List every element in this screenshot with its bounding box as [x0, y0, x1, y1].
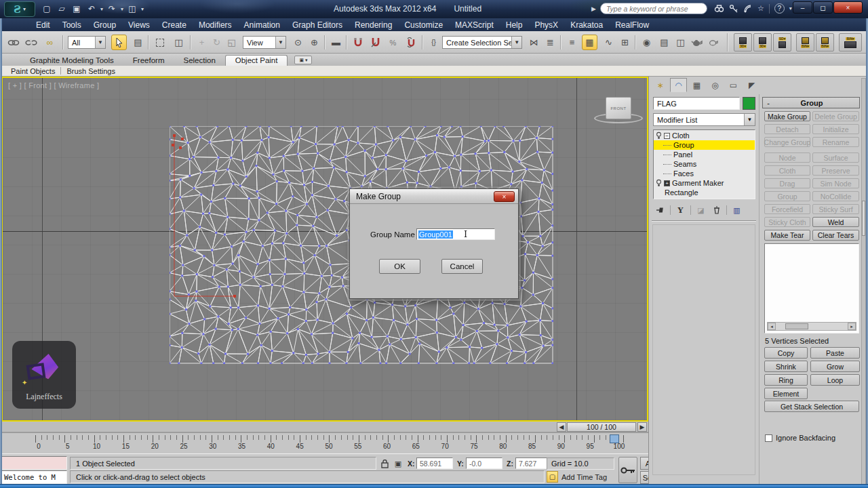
stack-item-group[interactable]: Group [654, 140, 755, 150]
motion-tab-icon[interactable]: ◎ [707, 78, 724, 92]
tab-freeform[interactable]: Freeform [123, 56, 174, 66]
shrink-button[interactable]: Shrink [764, 361, 808, 372]
stack-item-garment-maker[interactable]: + Garment Maker [654, 178, 755, 188]
menu-views[interactable]: Views [122, 20, 156, 30]
dialog-title-bar[interactable]: Make Group [350, 189, 518, 204]
next-frame-arrow[interactable]: ▶ [637, 422, 647, 432]
unlink-selection-icon[interactable] [23, 35, 39, 50]
select-and-scale-button[interactable]: ◱ [224, 35, 239, 50]
track-bar-frame-marker[interactable] [610, 434, 619, 443]
group-list-box[interactable]: ◂ ▸ [764, 243, 859, 333]
get-stack-selection-button[interactable]: Get Stack Selection [764, 401, 859, 412]
chevron-down-icon[interactable]: ▼ [511, 37, 521, 48]
track-bar[interactable]: 0510152025303540455055606570758085909510… [0, 432, 648, 453]
collapse-icon[interactable]: − [664, 133, 670, 139]
preserve-button[interactable]: Preserve [812, 165, 859, 176]
create-tab-icon[interactable]: ∗ [652, 78, 669, 92]
select-by-name-button[interactable]: ▤ [130, 35, 146, 50]
menu-modifiers[interactable]: Modifiers [193, 20, 238, 30]
ring-button[interactable]: Ring [764, 374, 808, 386]
configure-modifier-sets-icon[interactable]: ▥ [731, 205, 743, 216]
menu-tools[interactable]: Tools [56, 20, 87, 30]
menu-help[interactable]: Help [500, 20, 529, 30]
paste-button[interactable]: Paste [810, 347, 860, 359]
utilities-tab-icon[interactable]: ◤ [743, 78, 760, 92]
search-expand-icon[interactable]: ▶ [591, 5, 596, 12]
close-button[interactable]: × [833, 1, 863, 14]
use-pivot-point-center-button[interactable]: ⊙ [290, 35, 306, 50]
mirror-button[interactable]: ⋈ [526, 35, 542, 50]
maxscript-mini-listener-macro[interactable] [1, 456, 67, 470]
object-color-swatch[interactable] [743, 97, 755, 110]
display-tab-icon[interactable]: ▭ [725, 78, 742, 92]
menu-create[interactable]: Create [156, 20, 193, 30]
make-group-button[interactable]: Make Group [764, 111, 810, 121]
add-time-tag-button[interactable]: Add Time Tag [561, 471, 616, 483]
delete-group-button[interactable]: Delete Group [812, 111, 859, 121]
weld-button[interactable]: Weld [812, 217, 859, 227]
front-viewport[interactable]: [ + ] [ Front ] [ Wireframe ] FRONT ✦ La… [1, 77, 648, 422]
application-menu-button[interactable]: Ƨ ▾ [4, 1, 35, 17]
sticky-surf-button[interactable]: Sticky Surf [812, 204, 859, 214]
drag-button[interactable]: Drag [764, 178, 810, 188]
chevron-down-icon[interactable]: ▼ [275, 37, 285, 48]
plugin-bin-button-3[interactable]: BIN▾ [839, 33, 862, 52]
minimize-button[interactable]: – [793, 1, 812, 14]
snaps-toggle-icon[interactable] [350, 35, 366, 50]
modifier-stack[interactable]: − Cloth Group Panel Seams Faces + Garmen… [653, 129, 755, 199]
plugin-3d-button-2[interactable]: 3D▾ [753, 33, 772, 52]
forcefield-button[interactable]: Forcefield [764, 204, 810, 214]
curve-editor-button[interactable]: ∿ [601, 35, 616, 50]
render-production-button[interactable] [689, 35, 705, 50]
light-bulb-icon[interactable] [656, 131, 662, 140]
project-dropdown-icon[interactable]: ▾ [141, 6, 144, 12]
node-button[interactable]: Node [764, 152, 810, 163]
expand-icon[interactable]: + [664, 180, 670, 186]
plugin-sd-button[interactable]: SD▾ [773, 33, 791, 52]
stack-item-faces[interactable]: Faces [654, 169, 755, 178]
open-file-icon[interactable]: ▱ [56, 3, 68, 15]
ok-button[interactable]: OK [379, 259, 420, 274]
surface-button[interactable]: Surface [812, 152, 859, 163]
align-button[interactable]: ≣ [542, 35, 558, 50]
ignore-backfacing-checkbox[interactable] [765, 434, 772, 442]
modifier-list-dropdown[interactable]: Modifier List▼ [653, 113, 755, 126]
select-object-button[interactable] [111, 35, 127, 50]
spinner-snap-toggle-icon[interactable] [403, 35, 418, 50]
ribbon-minimize-dropdown[interactable]: ▣ ▾ [294, 56, 312, 64]
cancel-button[interactable]: Cancel [441, 259, 483, 274]
select-and-link-icon[interactable] [5, 35, 21, 50]
detach-button[interactable]: Detach [764, 124, 810, 134]
stack-item-rectangle[interactable]: Rectangle [654, 188, 755, 197]
communication-center-icon[interactable] [743, 4, 753, 13]
select-and-manipulate-button[interactable]: ⊕ [307, 35, 322, 50]
show-end-result-icon[interactable]: Y [675, 205, 686, 216]
copy-button[interactable]: Copy [764, 347, 808, 359]
rectangular-selection-region-button[interactable] [152, 35, 167, 50]
clear-tears-button[interactable]: Clear Tears [812, 230, 859, 241]
material-editor-button[interactable]: ◉ [639, 35, 654, 50]
tab-selection[interactable]: Selection [174, 56, 224, 66]
menu-graph-editors[interactable]: Graph Editors [286, 20, 349, 30]
light-bulb-icon[interactable] [656, 179, 662, 187]
subscription-key-icon[interactable] [729, 4, 738, 13]
tab-graphite-modeling-tools[interactable]: Graphite Modeling Tools [20, 56, 123, 66]
redo-dropdown-icon[interactable]: ▾ [121, 6, 123, 12]
schematic-view-button[interactable]: ⊞ [617, 35, 633, 50]
new-scene-icon[interactable]: ▢ [41, 3, 53, 15]
undo-dropdown-icon[interactable]: ▾ [100, 6, 103, 12]
undo-icon[interactable]: ↶ [85, 3, 98, 15]
rendered-frame-window-button[interactable]: ◫ [673, 35, 688, 50]
viewcube[interactable]: FRONT [606, 97, 631, 119]
sim-node-button[interactable]: Sim Node [812, 178, 859, 188]
pin-stack-icon[interactable] [654, 205, 666, 216]
initialize-button[interactable]: Initialize [812, 124, 859, 134]
redo-icon[interactable]: ↷ [106, 3, 118, 15]
scroll-right-icon[interactable]: ▸ [848, 323, 856, 330]
make-unique-icon[interactable]: ◪ [695, 205, 707, 216]
select-and-rotate-button[interactable]: ↻ [209, 35, 224, 50]
menu-physx[interactable]: PhysX [528, 20, 564, 30]
cloth-button[interactable]: Cloth [764, 165, 810, 176]
isolate-selection-toggle[interactable]: ▢ [547, 471, 558, 483]
subtab-brush-settings[interactable]: Brush Settings [61, 67, 121, 75]
